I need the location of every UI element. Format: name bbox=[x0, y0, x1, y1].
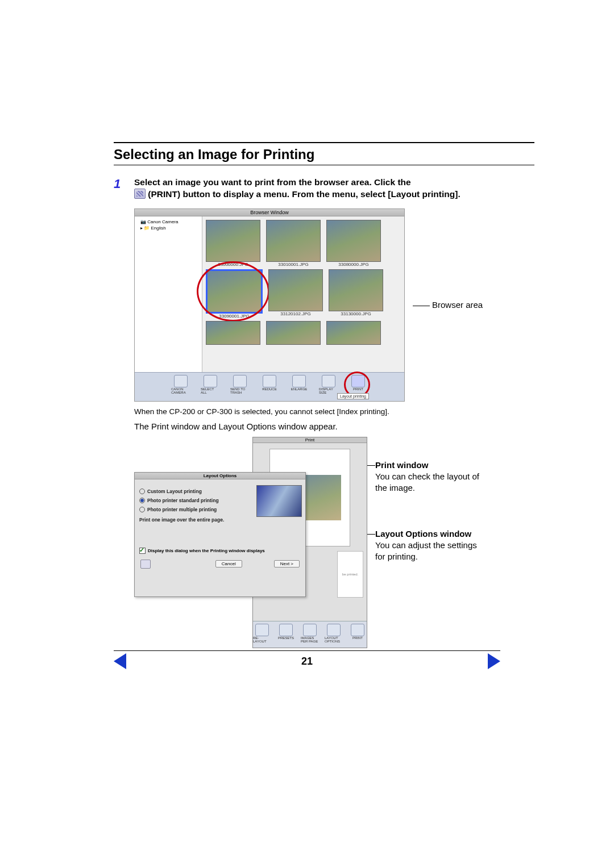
thumbnail bbox=[329, 269, 383, 311]
layout-options-button[interactable]: LAYOUT OPTIONS bbox=[325, 624, 343, 648]
toolbar-camera-button[interactable]: CANON CAMERA bbox=[171, 375, 190, 401]
thumbnail-selected bbox=[206, 269, 263, 314]
images-per-page-button[interactable]: IMAGES PER PAGE bbox=[301, 624, 319, 648]
step-line1: Select an image you want to print from t… bbox=[134, 177, 411, 187]
next-page-button[interactable] bbox=[488, 653, 500, 669]
browser-window-figure: Browser Window 📷 Canon Camera ▸ 📁 Englis… bbox=[134, 208, 405, 402]
display-dialog-checkbox[interactable]: Display this dialog when the Printing wi… bbox=[139, 548, 301, 554]
thumbnail bbox=[206, 220, 260, 262]
thumbnail bbox=[266, 321, 321, 345]
print-side-panel: be printed. bbox=[337, 551, 363, 598]
print-window-annotation: Print window You can check the layout of… bbox=[375, 460, 483, 494]
step-line2: (PRINT) button to display a menu. From t… bbox=[146, 189, 460, 199]
thumbnail bbox=[206, 321, 260, 345]
prev-page-button[interactable] bbox=[114, 653, 126, 669]
print-layout-figure: Print be printed. RE-LAYOUT PRESETS IMAG… bbox=[134, 437, 367, 647]
print-button[interactable]: PRINT bbox=[349, 624, 367, 648]
layout-options-annotation: Layout Options window You can adjust the… bbox=[375, 528, 483, 563]
radio-custom-layout[interactable]: Custom Layout printing bbox=[139, 489, 252, 494]
help-button[interactable] bbox=[140, 560, 151, 569]
step-instruction: Select an image you want to print from t… bbox=[134, 177, 534, 201]
toolbar-print-button[interactable]: PRINT Layout printing bbox=[349, 375, 368, 401]
print-toolbar: RE-LAYOUT PRESETS IMAGES PER PAGE LAYOUT… bbox=[253, 621, 367, 648]
thumbnail bbox=[268, 269, 323, 311]
tree-item: ▸ 📁 English bbox=[137, 225, 200, 231]
page-number: 21 bbox=[301, 656, 313, 667]
next-button[interactable]: Next > bbox=[274, 560, 300, 567]
browser-area-label: Browser area bbox=[413, 299, 483, 311]
thumbnail bbox=[266, 220, 321, 262]
radio-standard-printing[interactable]: Photo printer standard printing bbox=[139, 498, 252, 503]
thumbnail bbox=[326, 220, 381, 262]
toolbar-selectall-button[interactable]: SELECT ALL bbox=[201, 375, 220, 401]
relayout-button[interactable]: RE-LAYOUT bbox=[253, 624, 271, 648]
tree-item: 📷 Canon Camera bbox=[137, 219, 200, 225]
toolbar-trash-button[interactable]: SEND TO TRASH bbox=[230, 375, 250, 401]
toolbar-enlarge-button[interactable]: ENLARGE bbox=[289, 375, 309, 401]
print-menu-hint: Layout printing bbox=[337, 393, 369, 399]
toolbar-reduce-button[interactable]: REDUCE bbox=[260, 375, 279, 401]
thumbnail-grid: 33000000.JPG 33010001.JPG 33080000.JPG 3… bbox=[202, 216, 404, 372]
folder-tree: 📷 Canon Camera ▸ 📁 English bbox=[135, 216, 202, 372]
layout-desc: Print one image over the entire page. bbox=[139, 517, 252, 523]
browser-toolbar: CANON CAMERA SELECT ALL SEND TO TRASH RE… bbox=[135, 372, 404, 401]
cancel-button[interactable]: Cancel bbox=[215, 560, 242, 567]
print-icon bbox=[134, 189, 146, 199]
print-window-title: Print bbox=[253, 437, 367, 443]
toolbar-displaysize-button[interactable]: DISPLAY SIZE bbox=[319, 375, 338, 401]
step-number: 1 bbox=[114, 177, 134, 191]
layout-options-title: Layout Options bbox=[135, 473, 305, 479]
radio-multiple-printing[interactable]: Photo printer multiple printing bbox=[139, 507, 252, 512]
thumbnail bbox=[326, 321, 381, 345]
note-text: When the CP-200 or CP-300 is selected, y… bbox=[134, 407, 534, 416]
section-title: Selecting an Image for Printing bbox=[114, 147, 534, 162]
layout-options-window: Layout Options Custom Layout printing Ph… bbox=[134, 472, 306, 597]
browser-window-title: Browser Window bbox=[135, 209, 404, 216]
layout-preview-thumb bbox=[256, 485, 302, 517]
presets-button[interactable]: PRESETS bbox=[277, 624, 295, 648]
result-text: The Print window and Layout Options wind… bbox=[134, 422, 534, 431]
